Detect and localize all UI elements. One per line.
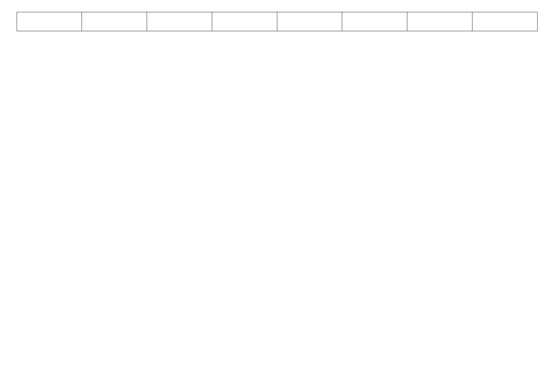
no-header	[17, 12, 82, 31]
sun-header	[82, 12, 147, 31]
tue-header	[212, 12, 277, 31]
wed-header	[277, 12, 342, 31]
thu-header	[342, 12, 407, 31]
sat-header	[472, 12, 537, 31]
header-row	[17, 12, 537, 31]
mon-header	[147, 12, 212, 31]
calendar-table	[17, 12, 538, 31]
fri-header	[407, 12, 472, 31]
